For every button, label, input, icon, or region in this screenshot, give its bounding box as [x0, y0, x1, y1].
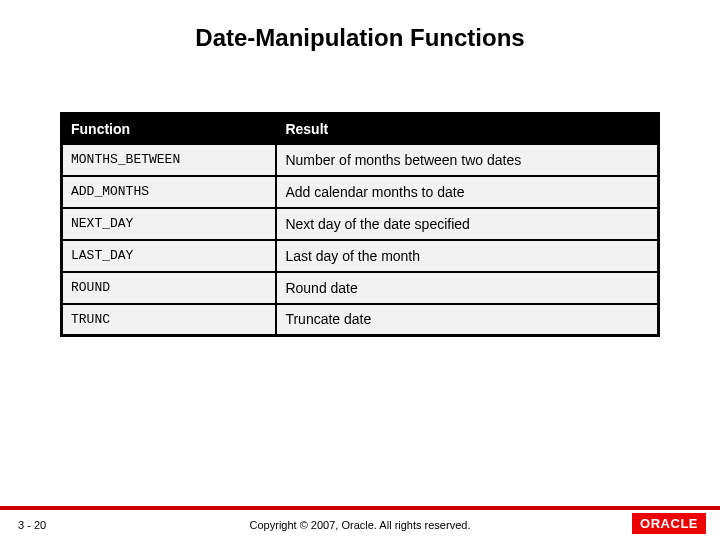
page-number: 3 - 20 [18, 519, 46, 531]
header-function: Function [62, 114, 277, 144]
table-row: LAST_DAY Last day of the month [62, 240, 659, 272]
table-row: MONTHS_BETWEEN Number of months between … [62, 144, 659, 176]
cell-function: TRUNC [62, 304, 277, 336]
functions-table: Function Result MONTHS_BETWEEN Number of… [60, 112, 660, 337]
oracle-logo: ORACLE [632, 513, 706, 534]
cell-result: Next day of the date specified [276, 208, 658, 240]
page-title: Date-Manipulation Functions [0, 0, 720, 52]
table-row: ROUND Round date [62, 272, 659, 304]
header-result: Result [276, 114, 658, 144]
copyright-text: Copyright © 2007, Oracle. All rights res… [0, 519, 720, 531]
cell-function: LAST_DAY [62, 240, 277, 272]
cell-function: NEXT_DAY [62, 208, 277, 240]
cell-function: MONTHS_BETWEEN [62, 144, 277, 176]
table-row: NEXT_DAY Next day of the date specified [62, 208, 659, 240]
cell-result: Number of months between two dates [276, 144, 658, 176]
cell-result: Add calendar months to date [276, 176, 658, 208]
table-row: ADD_MONTHS Add calendar months to date [62, 176, 659, 208]
cell-result: Round date [276, 272, 658, 304]
footer: 3 - 20 Copyright © 2007, Oracle. All rig… [0, 506, 720, 540]
functions-table-container: Function Result MONTHS_BETWEEN Number of… [60, 112, 660, 337]
cell-result: Last day of the month [276, 240, 658, 272]
table-row: TRUNC Truncate date [62, 304, 659, 336]
cell-result: Truncate date [276, 304, 658, 336]
cell-function: ROUND [62, 272, 277, 304]
table-header-row: Function Result [62, 114, 659, 144]
cell-function: ADD_MONTHS [62, 176, 277, 208]
